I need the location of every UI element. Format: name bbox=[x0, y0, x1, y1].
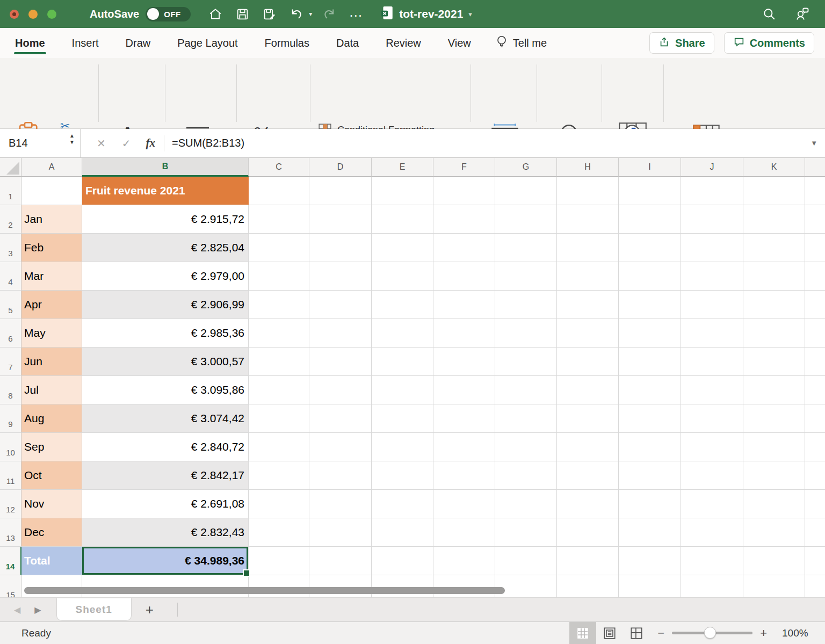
redo-icon[interactable] bbox=[320, 4, 339, 24]
cell[interactable] bbox=[619, 575, 681, 599]
cell[interactable] bbox=[619, 205, 681, 234]
cell[interactable] bbox=[681, 177, 743, 205]
cell-B10[interactable]: € 2.840,72 bbox=[82, 433, 249, 461]
cell-A7[interactable]: Jun bbox=[21, 348, 82, 376]
page-layout-view-button[interactable] bbox=[596, 622, 623, 644]
cell[interactable] bbox=[743, 262, 805, 291]
home-icon[interactable] bbox=[206, 4, 225, 24]
col-header-F[interactable]: F bbox=[433, 158, 495, 177]
cell[interactable] bbox=[433, 376, 495, 404]
cell[interactable] bbox=[557, 376, 619, 404]
enter-icon[interactable]: ✓ bbox=[122, 137, 131, 150]
cell[interactable] bbox=[249, 404, 309, 433]
col-header-H[interactable]: H bbox=[557, 158, 619, 177]
zoom-in-button[interactable]: + bbox=[760, 626, 767, 640]
cell[interactable] bbox=[743, 205, 805, 234]
cell[interactable] bbox=[681, 547, 743, 575]
cell[interactable] bbox=[309, 291, 372, 319]
zoom-out-button[interactable]: − bbox=[657, 626, 664, 640]
share-button[interactable]: Share bbox=[649, 32, 714, 54]
normal-view-button[interactable] bbox=[569, 622, 596, 644]
row-header-5[interactable]: 5 bbox=[0, 291, 21, 319]
cell[interactable] bbox=[557, 319, 619, 348]
cell[interactable] bbox=[309, 262, 372, 291]
page-break-view-button[interactable] bbox=[623, 622, 650, 644]
tab-review[interactable]: Review bbox=[383, 28, 423, 58]
cell-B12[interactable]: € 2.691,08 bbox=[82, 490, 249, 518]
cell[interactable] bbox=[372, 376, 433, 404]
cell[interactable] bbox=[619, 547, 681, 575]
cell[interactable] bbox=[805, 291, 825, 319]
cell[interactable] bbox=[805, 348, 825, 376]
cell[interactable] bbox=[372, 291, 433, 319]
col-header-E[interactable]: E bbox=[372, 158, 433, 177]
cell[interactable] bbox=[681, 319, 743, 348]
cell[interactable] bbox=[619, 404, 681, 433]
col-header-I[interactable]: I bbox=[619, 158, 681, 177]
cell[interactable] bbox=[249, 205, 309, 234]
row-header-13[interactable]: 13 bbox=[0, 518, 21, 547]
cell[interactable] bbox=[743, 547, 805, 575]
cell[interactable] bbox=[309, 319, 372, 348]
undo-chevron-icon[interactable]: ▾ bbox=[309, 10, 312, 18]
row-header-7[interactable]: 7 bbox=[0, 348, 21, 376]
cell[interactable] bbox=[309, 490, 372, 518]
cell[interactable] bbox=[743, 575, 805, 599]
cell-A10[interactable]: Sep bbox=[21, 433, 82, 461]
cell[interactable] bbox=[743, 461, 805, 490]
cell[interactable] bbox=[309, 348, 372, 376]
cell[interactable] bbox=[372, 319, 433, 348]
cell[interactable] bbox=[681, 518, 743, 547]
cell[interactable] bbox=[433, 518, 495, 547]
cell[interactable] bbox=[557, 177, 619, 205]
cell[interactable] bbox=[805, 547, 825, 575]
cell[interactable] bbox=[309, 547, 372, 575]
cell[interactable] bbox=[805, 177, 825, 205]
cell[interactable] bbox=[557, 205, 619, 234]
tab-draw[interactable]: Draw bbox=[124, 28, 153, 58]
cell[interactable] bbox=[805, 376, 825, 404]
col-header-D[interactable]: D bbox=[309, 158, 372, 177]
minimize-button[interactable] bbox=[28, 10, 38, 19]
cell[interactable] bbox=[805, 404, 825, 433]
cell[interactable] bbox=[557, 262, 619, 291]
cell-A8[interactable]: Jul bbox=[21, 376, 82, 404]
cell[interactable] bbox=[372, 518, 433, 547]
cell[interactable] bbox=[433, 319, 495, 348]
horizontal-scrollbar[interactable] bbox=[24, 587, 505, 594]
cell[interactable] bbox=[681, 262, 743, 291]
cell[interactable] bbox=[805, 575, 825, 599]
cell-B7[interactable]: € 3.000,57 bbox=[82, 348, 249, 376]
col-header-J[interactable]: J bbox=[681, 158, 743, 177]
cell[interactable] bbox=[805, 319, 825, 348]
cell[interactable] bbox=[372, 547, 433, 575]
cell[interactable] bbox=[619, 433, 681, 461]
cell[interactable] bbox=[619, 262, 681, 291]
cell[interactable] bbox=[495, 319, 557, 348]
cell[interactable] bbox=[681, 433, 743, 461]
cell[interactable] bbox=[249, 518, 309, 547]
cell[interactable] bbox=[309, 234, 372, 262]
cell-B3[interactable]: € 2.825,04 bbox=[82, 234, 249, 262]
name-box[interactable]: B14 ▲▼ bbox=[0, 129, 81, 157]
cell[interactable] bbox=[249, 461, 309, 490]
cell[interactable] bbox=[433, 177, 495, 205]
tab-tell-me[interactable]: Tell me bbox=[496, 35, 547, 52]
cell[interactable] bbox=[249, 319, 309, 348]
next-sheet-icon[interactable]: ▶ bbox=[34, 605, 41, 615]
row-header-10[interactable]: 10 bbox=[0, 433, 21, 461]
cell[interactable] bbox=[495, 177, 557, 205]
cell[interactable] bbox=[495, 575, 557, 599]
cell-A2[interactable]: Jan bbox=[21, 205, 82, 234]
cell[interactable] bbox=[372, 461, 433, 490]
cell-B13[interactable]: € 2.832,43 bbox=[82, 518, 249, 547]
cell[interactable] bbox=[619, 348, 681, 376]
cell[interactable] bbox=[309, 461, 372, 490]
cell[interactable] bbox=[805, 234, 825, 262]
cell[interactable] bbox=[619, 291, 681, 319]
cell[interactable] bbox=[743, 404, 805, 433]
cell[interactable] bbox=[805, 490, 825, 518]
row-header-12[interactable]: 12 bbox=[0, 490, 21, 518]
tab-view[interactable]: View bbox=[446, 28, 473, 58]
cell-A9[interactable]: Aug bbox=[21, 404, 82, 433]
